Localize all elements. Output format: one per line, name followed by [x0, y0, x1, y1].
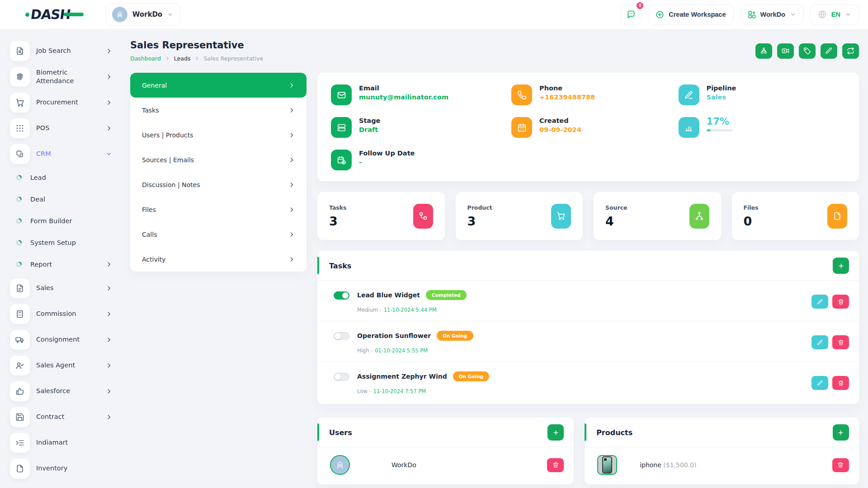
chevron-right-icon [106, 311, 112, 317]
sidebar-item-inventory[interactable]: Inventory [10, 455, 112, 481]
labels-button[interactable] [799, 43, 816, 59]
grid-plus-icon [748, 10, 756, 19]
app-menu-dropdown[interactable]: WorkDo [740, 4, 804, 25]
email-label: Email [359, 84, 448, 92]
crm-icon [10, 144, 30, 164]
sidebar-item-deal[interactable]: Deal [10, 188, 112, 210]
tag-icon [803, 47, 811, 55]
sidebar-item-contract[interactable]: Contract [10, 404, 112, 430]
phone-label: Phone [539, 84, 595, 92]
sidebar-item-system-setup[interactable]: System Setup [10, 232, 112, 253]
server-icon [331, 117, 352, 138]
delete-task-button[interactable] [832, 376, 849, 390]
chat-count-badge: 0 [636, 1, 644, 10]
edit-task-button[interactable] [811, 335, 828, 349]
stat-label: Source [605, 204, 627, 211]
sidebar-item-indiamart[interactable]: Indiamart [10, 430, 112, 455]
breadcrumb: Dashboard Leads Sales Representative [130, 55, 263, 62]
sidebar-item-lead[interactable]: Lead [10, 167, 112, 188]
user-row: WorkDo [317, 447, 574, 483]
workspace-switcher[interactable]: WorkDo [105, 3, 180, 26]
breadcrumb-leads[interactable]: Leads [174, 55, 191, 62]
sidebar-item-salesforce[interactable]: Salesforce [10, 378, 112, 404]
sidebar-item-biometric-attendance[interactable]: Biometric Attendance [10, 64, 112, 89]
edit-task-button[interactable] [811, 295, 828, 309]
meeting-button[interactable] [777, 43, 794, 59]
stat-card-files: Files 0 [732, 192, 859, 240]
tab-calls[interactable]: Calls [130, 222, 307, 247]
tab-general[interactable]: General [130, 73, 307, 98]
chevron-right-icon [288, 256, 295, 263]
delete-task-button[interactable] [832, 335, 849, 349]
delete-user-button[interactable] [547, 458, 564, 472]
breadcrumb-dashboard[interactable]: Dashboard [130, 55, 161, 62]
bar-chart-icon [679, 117, 699, 138]
create-workspace-button[interactable]: Create Workspace [648, 4, 733, 25]
tab-users-products[interactable]: Users | Products [130, 122, 307, 147]
task-row: Operation Sunflower On Going High -01-10… [317, 321, 859, 362]
chevron-right-icon [288, 231, 295, 238]
grid-dots-icon [10, 118, 30, 138]
save-icon [10, 407, 30, 427]
sidebar-item-sales-agent[interactable]: Sales Agent [10, 352, 112, 378]
tab-activity[interactable]: Activity [130, 247, 307, 272]
tab-files[interactable]: Files [130, 197, 307, 222]
sidebar-item-crm[interactable]: CRM [10, 141, 112, 167]
stat-value: 4 [605, 214, 627, 228]
tab-tasks[interactable]: Tasks [130, 98, 307, 122]
tasks-section-title: Tasks [329, 262, 351, 270]
sidebar-item-procurement[interactable]: Procurement [10, 89, 112, 115]
sidebar-item-consignment[interactable]: Consignment [10, 327, 112, 352]
edit-task-button[interactable] [811, 376, 828, 390]
plus-circle-icon [656, 10, 664, 19]
sidebar-item-job-search[interactable]: Job Search [10, 38, 112, 64]
sidebar-item-form-builder[interactable]: Form Builder [10, 210, 112, 232]
sidebar-item-label: Procurement [36, 98, 106, 107]
follow-up-value: - [359, 159, 415, 166]
messenger-button[interactable]: 0 [621, 4, 642, 25]
bullet-donut-icon [16, 197, 22, 202]
delete-task-button[interactable] [832, 295, 849, 309]
pencil-icon [825, 47, 833, 55]
tab-label: Users | Products [142, 131, 193, 139]
add-task-button[interactable] [833, 258, 849, 274]
sidebar-item-commission[interactable]: Commission [10, 301, 112, 327]
breadcrumb-current: Sales Representative [203, 55, 263, 62]
sidebar-item-sales[interactable]: Sales [10, 275, 112, 301]
tab-label: Discussion | Notes [142, 181, 200, 188]
task-complete-toggle[interactable] [334, 332, 349, 340]
edit-lead-button[interactable] [821, 43, 837, 59]
trash-icon [837, 462, 844, 468]
lead-progress-fill [707, 129, 711, 131]
sidebar-item-pos[interactable]: POS [10, 115, 112, 141]
language-dropdown[interactable]: EN [810, 4, 859, 25]
users-section: Users WorkDo [317, 418, 574, 484]
task-complete-toggle[interactable] [334, 291, 349, 300]
product-price: ($1,500.0) [663, 461, 696, 469]
delete-product-button[interactable] [832, 458, 849, 472]
add-product-button[interactable] [833, 424, 849, 441]
truck-icon [10, 330, 30, 350]
chevron-down-icon [790, 11, 796, 18]
chevron-right-icon [288, 206, 295, 213]
chevron-right-icon [106, 414, 112, 420]
convert-to-deal-button[interactable] [755, 43, 772, 59]
sidebar-item-label: POS [36, 124, 106, 132]
task-priority: Medium - [357, 307, 382, 313]
indent-icon [10, 433, 30, 453]
sidebar-subitem-label: Report [30, 260, 106, 269]
stage-label: Stage [359, 117, 380, 124]
sidebar-item-label: Inventory [36, 464, 112, 473]
tab-discussion-notes[interactable]: Discussion | Notes [130, 172, 307, 197]
pen-icon [679, 84, 699, 105]
dash-logo[interactable]: DASH [25, 7, 84, 22]
created-value: 09-09-2024 [539, 126, 581, 133]
refresh-button[interactable] [842, 43, 859, 59]
task-complete-toggle[interactable] [334, 373, 349, 381]
sidebar-item-report[interactable]: Report [10, 253, 112, 275]
stat-label: Tasks [329, 204, 347, 211]
tab-sources-emails[interactable]: Sources | Emails [130, 147, 307, 172]
plus-icon [837, 429, 844, 436]
add-user-button[interactable] [547, 424, 564, 441]
job-search-icon [10, 41, 30, 61]
